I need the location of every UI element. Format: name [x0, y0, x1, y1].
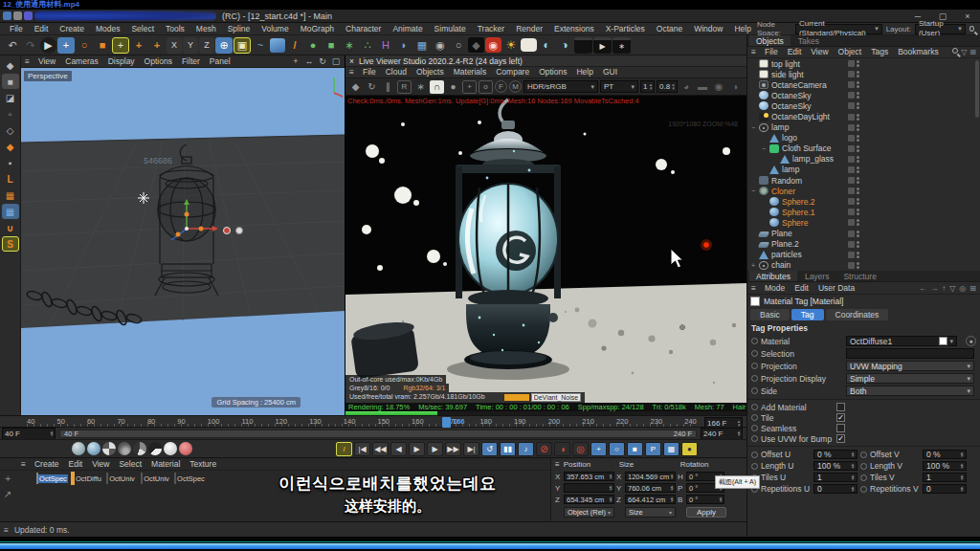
material-thumbnail[interactable]: OctUniv [105, 474, 137, 483]
transport-button[interactable]: ♪ [518, 442, 534, 456]
object-label[interactable]: lamp [771, 122, 848, 132]
transport-button[interactable]: ■ [627, 442, 643, 456]
visibility-dots[interactable] [857, 231, 859, 237]
edit-toggle-icon[interactable] [848, 209, 855, 215]
attributes-nav-icon[interactable]: ◎ [959, 284, 966, 293]
visibility-dots[interactable] [857, 135, 859, 142]
attributes-nav-icon[interactable]: ⊞ [969, 284, 976, 293]
transport-button[interactable]: ↺ [481, 442, 498, 456]
hamburger-icon[interactable]: ≡ [747, 46, 760, 58]
liveviewer-menu-item[interactable]: Objects [412, 66, 449, 78]
object-label[interactable]: Sphere [782, 218, 848, 228]
filter-icon[interactable]: ▽ [961, 48, 967, 56]
layout-dropdown[interactable]: Startup (User)▾ [915, 24, 966, 34]
toolbar-icon[interactable]: ◆ [468, 37, 484, 53]
viewport-label[interactable]: Perspective [24, 71, 72, 81]
liveviewer-tail-icon[interactable]: ◉ [712, 80, 726, 94]
liveviewer-menu-item[interactable]: Cloud [381, 66, 412, 78]
liveviewer-icon[interactable]: R [397, 80, 412, 94]
visibility-dots[interactable] [857, 124, 859, 131]
toolbar-icon[interactable]: ▶ [40, 37, 56, 54]
objects-menu-item[interactable]: Bookmarks [893, 46, 944, 58]
object-label[interactable]: side light [771, 70, 848, 79]
menu-item[interactable]: Animate [387, 23, 428, 35]
transport-button[interactable]: ◀◀ [372, 442, 389, 456]
toolbar-icon[interactable]: ∗ [612, 37, 631, 54]
menu-item[interactable]: Octane [651, 23, 688, 35]
visibility-dots[interactable] [857, 102, 859, 109]
edit-toggle-icon[interactable] [848, 124, 855, 131]
palette-icon[interactable]: L [2, 171, 19, 187]
toolbar-icon[interactable]: ● [304, 37, 322, 54]
playhead[interactable] [442, 417, 451, 428]
toolbar-icon[interactable]: ↶ [4, 37, 21, 54]
liveviewer-icon[interactable]: ● [446, 80, 460, 94]
objects-menu-item[interactable]: Edit [783, 46, 807, 58]
menu-item[interactable]: X-Particles [600, 23, 651, 35]
object-tree-row[interactable]: side light [747, 69, 980, 79]
object-tree-row[interactable]: + chain [747, 260, 980, 271]
objects-menu-item[interactable]: Tags [866, 46, 893, 58]
toolbar-icon[interactable] [521, 38, 537, 52]
menu-item[interactable]: Modes [90, 23, 126, 35]
position-y-field[interactable]: ▴▾ [564, 483, 614, 493]
perspective-viewport[interactable]: ≡ ViewCamerasDisplayOptionsFilterPanel +… [21, 55, 345, 415]
render-canvas[interactable]: Check:0ms./0ms. MeshGen:1ms. Update[G]:0… [345, 96, 747, 403]
anim-dot-icon[interactable] [751, 414, 758, 421]
toolbar-icon[interactable]: + [130, 37, 147, 54]
attributes-menu-item[interactable]: Mode [760, 282, 790, 295]
material-thumbnail[interactable]: OctSpec [36, 474, 68, 483]
size-x-field[interactable]: 1204.569 cm▴▾ [625, 472, 676, 481]
object-tree-row[interactable]: OctaneCamera [747, 79, 980, 90]
attributes-menu-item[interactable]: User Data [813, 282, 859, 295]
attributes-nav-icon[interactable]: ↑ [942, 284, 946, 293]
anim-dot-icon[interactable] [751, 338, 758, 344]
liveviewer-icon[interactable]: ∥ [381, 80, 395, 94]
transport-button[interactable]: ▶▶ [445, 442, 461, 456]
checkbox[interactable]: ✓ [836, 434, 845, 443]
anim-dot-icon[interactable] [751, 375, 758, 382]
material-thumbnail[interactable]: OctSpec [174, 474, 206, 483]
visibility-dots[interactable] [857, 187, 859, 194]
menu-item[interactable]: Window [688, 23, 728, 35]
uv-field[interactable]: 0 %▴▾ [923, 450, 967, 459]
toolbar-icon[interactable]: ◐ [538, 37, 555, 54]
menu-item[interactable]: Tools [160, 23, 190, 35]
viewport-menu-item[interactable]: Display [103, 55, 140, 68]
object-tree-row[interactable]: lamp_glass [747, 154, 980, 165]
menu-item[interactable]: Edit [29, 23, 55, 35]
palette-icon[interactable]: ◆ [2, 57, 19, 73]
material-menu-item[interactable]: Edit [63, 458, 87, 471]
menu-item[interactable]: Render [510, 23, 548, 35]
liveviewer-icon[interactable]: ∩ [430, 80, 444, 94]
object-tree-row[interactable]: OctaneSky [747, 90, 980, 100]
edit-toggle-icon[interactable] [848, 156, 855, 163]
toolbar-icon[interactable]: ∴ [359, 37, 376, 54]
size-y-field[interactable]: 760.06 cm▴▾ [625, 483, 676, 493]
toolbar-icon[interactable]: ◑ [556, 37, 573, 54]
object-tree-row[interactable]: Random [747, 175, 980, 186]
toolbar-icon[interactable]: H [377, 37, 394, 54]
shading-sphere-icon[interactable] [118, 442, 131, 455]
gamma-spinner[interactable]: 0.8▴▾ [657, 80, 678, 93]
object-tree-row[interactable]: − Cloner [747, 186, 980, 196]
object-label[interactable]: particles [771, 250, 848, 259]
visibility-dots[interactable] [857, 198, 859, 205]
size-mode-dropdown[interactable]: Size▾ [625, 507, 676, 518]
hamburger-icon[interactable]: ≡ [551, 460, 564, 469]
palette-icon[interactable]: ◆ [2, 139, 19, 154]
checkbox[interactable] [836, 403, 845, 411]
uv-field[interactable]: 0▴▾ [923, 484, 967, 494]
subsample-spinner[interactable]: 1▴▾ [640, 80, 655, 93]
visibility-dots[interactable] [857, 156, 859, 163]
toolbar-icon[interactable]: + [57, 37, 75, 54]
objects-menu-item[interactable]: File [760, 46, 783, 58]
object-tree-row[interactable]: Plane.2 [747, 239, 980, 250]
pick-material-icon[interactable]: ↗ [4, 489, 11, 499]
toolbar-icon[interactable]: ▦ [413, 37, 431, 54]
attributes-nav-icon[interactable]: ← [919, 284, 926, 293]
object-tree-row[interactable]: − Cloth Surface [747, 143, 980, 154]
viewport-menu-item[interactable]: View [33, 55, 60, 68]
object-label[interactable]: top light [771, 59, 848, 69]
anim-dot-icon[interactable] [860, 486, 867, 493]
